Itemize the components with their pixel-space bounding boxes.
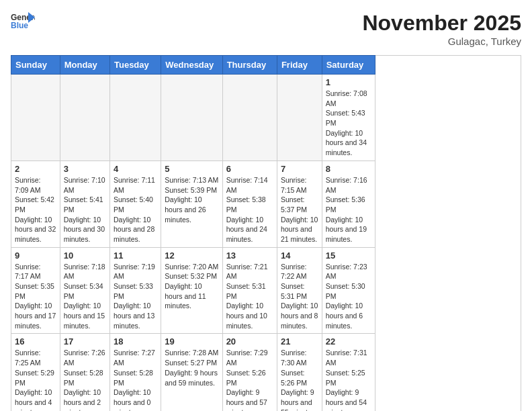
calendar-cell: 20Sunrise: 7:29 AM Sunset: 5:26 PM Dayli… <box>222 334 277 411</box>
header-monday: Monday <box>60 56 109 75</box>
calendar-cell: 3Sunrise: 7:10 AM Sunset: 5:41 PM Daylig… <box>60 161 109 247</box>
day-info: Sunrise: 7:14 AM Sunset: 5:38 PM Dayligh… <box>226 175 273 244</box>
calendar-cell: 18Sunrise: 7:27 AM Sunset: 5:28 PM Dayli… <box>109 334 161 411</box>
day-info: Sunrise: 7:29 AM Sunset: 5:26 PM Dayligh… <box>226 348 273 411</box>
day-info: Sunrise: 7:17 AM Sunset: 5:35 PM Dayligh… <box>15 262 56 331</box>
day-number: 11 <box>114 250 157 261</box>
header-friday: Friday <box>277 56 322 75</box>
day-info: Sunrise: 7:15 AM Sunset: 5:37 PM Dayligh… <box>281 175 318 244</box>
calendar-cell: 12Sunrise: 7:20 AM Sunset: 5:32 PM Dayli… <box>161 247 222 334</box>
calendar-row-3: 9Sunrise: 7:17 AM Sunset: 5:35 PM Daylig… <box>11 247 521 334</box>
calendar-cell: 4Sunrise: 7:11 AM Sunset: 5:40 PM Daylig… <box>109 161 161 247</box>
header-wednesday: Wednesday <box>161 56 222 75</box>
logo: General Blue <box>11 11 35 31</box>
day-number: 9 <box>15 250 56 261</box>
day-number: 12 <box>165 250 218 261</box>
svg-text:Blue: Blue <box>11 21 28 30</box>
calendar-cell: 16Sunrise: 7:25 AM Sunset: 5:29 PM Dayli… <box>11 334 60 411</box>
day-info: Sunrise: 7:13 AM Sunset: 5:39 PM Dayligh… <box>165 175 218 224</box>
day-number: 1 <box>326 77 371 87</box>
calendar-cell: 22Sunrise: 7:31 AM Sunset: 5:25 PM Dayli… <box>322 334 375 411</box>
day-number: 14 <box>281 250 318 261</box>
calendar-cell: 9Sunrise: 7:17 AM Sunset: 5:35 PM Daylig… <box>11 247 60 334</box>
calendar-cell: 14Sunrise: 7:22 AM Sunset: 5:31 PM Dayli… <box>277 247 322 334</box>
calendar-cell: 8Sunrise: 7:16 AM Sunset: 5:36 PM Daylig… <box>322 161 375 247</box>
calendar-cell <box>109 75 161 161</box>
calendar-cell: 7Sunrise: 7:15 AM Sunset: 5:37 PM Daylig… <box>277 161 322 247</box>
calendar-cell: 21Sunrise: 7:30 AM Sunset: 5:26 PM Dayli… <box>277 334 322 411</box>
day-info: Sunrise: 7:16 AM Sunset: 5:36 PM Dayligh… <box>326 175 371 244</box>
header-sunday: Sunday <box>11 56 60 75</box>
calendar-table: Sunday Monday Tuesday Wednesday Thursday… <box>11 55 521 411</box>
day-number: 5 <box>165 164 218 174</box>
header-saturday: Saturday <box>322 56 375 75</box>
day-number: 16 <box>15 336 56 347</box>
day-info: Sunrise: 7:10 AM Sunset: 5:41 PM Dayligh… <box>64 175 106 244</box>
day-number: 21 <box>281 336 318 347</box>
page-header: General Blue November 2025 Gulagac, Turk… <box>11 11 521 47</box>
day-info: Sunrise: 7:31 AM Sunset: 5:25 PM Dayligh… <box>326 348 371 411</box>
day-number: 17 <box>64 336 106 347</box>
day-info: Sunrise: 7:23 AM Sunset: 5:30 PM Dayligh… <box>326 262 371 331</box>
day-info: Sunrise: 7:11 AM Sunset: 5:40 PM Dayligh… <box>114 175 157 244</box>
day-number: 19 <box>165 336 218 347</box>
location-title: Gulagac, Turkey <box>362 36 521 47</box>
calendar-cell: 15Sunrise: 7:23 AM Sunset: 5:30 PM Dayli… <box>322 247 375 334</box>
day-number: 22 <box>326 336 371 347</box>
calendar-cell: 13Sunrise: 7:21 AM Sunset: 5:31 PM Dayli… <box>222 247 277 334</box>
header-thursday: Thursday <box>222 56 277 75</box>
day-info: Sunrise: 7:30 AM Sunset: 5:26 PM Dayligh… <box>281 348 318 411</box>
calendar-row-1: 1Sunrise: 7:08 AM Sunset: 5:43 PM Daylig… <box>11 75 521 161</box>
calendar-cell <box>222 75 277 161</box>
day-info: Sunrise: 7:22 AM Sunset: 5:31 PM Dayligh… <box>281 262 318 331</box>
day-info: Sunrise: 7:26 AM Sunset: 5:28 PM Dayligh… <box>64 348 106 411</box>
day-info: Sunrise: 7:27 AM Sunset: 5:28 PM Dayligh… <box>114 348 157 411</box>
calendar-cell: 5Sunrise: 7:13 AM Sunset: 5:39 PM Daylig… <box>161 161 222 247</box>
logo-icon: General Blue <box>11 11 35 31</box>
calendar-cell: 10Sunrise: 7:18 AM Sunset: 5:34 PM Dayli… <box>60 247 109 334</box>
day-info: Sunrise: 7:21 AM Sunset: 5:31 PM Dayligh… <box>226 262 273 331</box>
day-info: Sunrise: 7:19 AM Sunset: 5:33 PM Dayligh… <box>114 262 157 331</box>
header-tuesday: Tuesday <box>109 56 161 75</box>
day-info: Sunrise: 7:25 AM Sunset: 5:29 PM Dayligh… <box>15 348 56 411</box>
calendar-row-2: 2Sunrise: 7:09 AM Sunset: 5:42 PM Daylig… <box>11 161 521 247</box>
day-number: 2 <box>15 164 56 174</box>
day-number: 10 <box>64 250 106 261</box>
calendar-cell: 11Sunrise: 7:19 AM Sunset: 5:33 PM Dayli… <box>109 247 161 334</box>
title-area: November 2025 Gulagac, Turkey <box>362 11 521 47</box>
day-info: Sunrise: 7:18 AM Sunset: 5:34 PM Dayligh… <box>64 262 106 331</box>
day-number: 4 <box>114 164 157 174</box>
day-info: Sunrise: 7:08 AM Sunset: 5:43 PM Dayligh… <box>326 89 371 158</box>
calendar-cell: 19Sunrise: 7:28 AM Sunset: 5:27 PM Dayli… <box>161 334 222 411</box>
calendar-cell: 17Sunrise: 7:26 AM Sunset: 5:28 PM Dayli… <box>60 334 109 411</box>
day-number: 3 <box>64 164 106 174</box>
day-number: 8 <box>326 164 371 174</box>
day-number: 20 <box>226 336 273 347</box>
day-number: 13 <box>226 250 273 261</box>
calendar-cell: 6Sunrise: 7:14 AM Sunset: 5:38 PM Daylig… <box>222 161 277 247</box>
weekday-header-row: Sunday Monday Tuesday Wednesday Thursday… <box>11 56 521 75</box>
calendar-cell <box>277 75 322 161</box>
day-number: 6 <box>226 164 273 174</box>
day-info: Sunrise: 7:09 AM Sunset: 5:42 PM Dayligh… <box>15 175 56 244</box>
calendar-cell: 2Sunrise: 7:09 AM Sunset: 5:42 PM Daylig… <box>11 161 60 247</box>
day-info: Sunrise: 7:28 AM Sunset: 5:27 PM Dayligh… <box>165 348 218 387</box>
day-number: 7 <box>281 164 318 174</box>
calendar-cell <box>11 75 60 161</box>
calendar-cell: 1Sunrise: 7:08 AM Sunset: 5:43 PM Daylig… <box>322 75 375 161</box>
calendar-cell <box>161 75 222 161</box>
day-info: Sunrise: 7:20 AM Sunset: 5:32 PM Dayligh… <box>165 262 218 311</box>
day-number: 15 <box>326 250 371 261</box>
month-title: November 2025 <box>362 11 521 36</box>
calendar-cell <box>60 75 109 161</box>
day-number: 18 <box>114 336 157 347</box>
calendar-row-4: 16Sunrise: 7:25 AM Sunset: 5:29 PM Dayli… <box>11 334 521 411</box>
